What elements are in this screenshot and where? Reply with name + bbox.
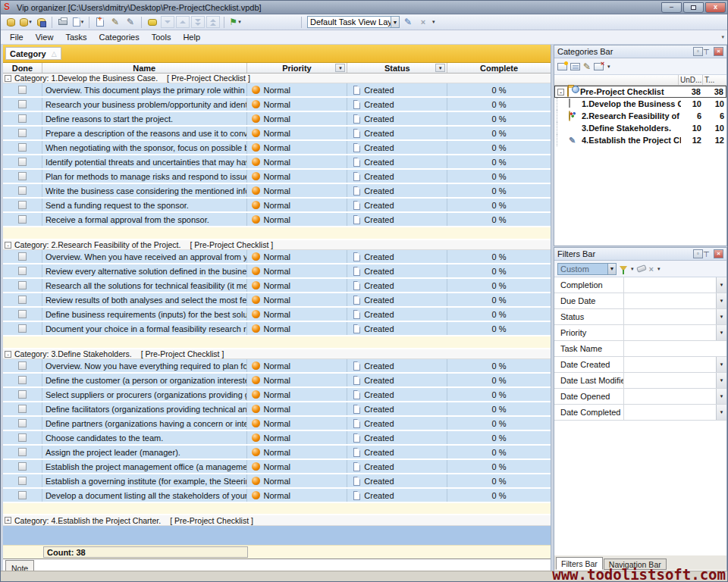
- status-cell[interactable]: Created: [347, 431, 447, 444]
- done-checkbox[interactable]: [18, 361, 27, 370]
- complete-cell[interactable]: 0 %: [447, 293, 551, 306]
- task-name-cell[interactable]: Write the business case considering the …: [42, 184, 247, 197]
- done-checkbox[interactable]: [18, 267, 27, 275]
- status-cell[interactable]: Created: [347, 308, 447, 321]
- task-name-cell[interactable]: Choose candidates to the team.: [42, 431, 247, 444]
- expand-icon[interactable]: +: [5, 517, 11, 524]
- done-checkbox[interactable]: [18, 252, 27, 261]
- priority-cell[interactable]: Normal: [247, 308, 348, 321]
- float-panel-button[interactable]: ▫: [693, 249, 703, 258]
- task-name-cell[interactable]: Review results of both analyses and sele…: [42, 293, 247, 306]
- priority-cell[interactable]: Normal: [247, 446, 348, 458]
- task-row[interactable]: Overview. Now you have everything requir…: [3, 359, 551, 372]
- column-header-complete[interactable]: Complete: [447, 63, 551, 73]
- status-cell[interactable]: Created: [347, 489, 447, 502]
- done-checkbox[interactable]: [18, 433, 27, 442]
- category-tree-item[interactable]: 2.Research Feasibility of the P 6 6: [554, 110, 726, 122]
- complete-cell[interactable]: 0 %: [447, 83, 551, 96]
- combobox-dropdown-button[interactable]: ▼: [391, 17, 399, 27]
- delete-filter-icon[interactable]: ×: [649, 264, 654, 274]
- task-name-cell[interactable]: When negotiating with the sponsor, focus…: [42, 141, 247, 154]
- total-column-header[interactable]: T...: [702, 75, 726, 85]
- category-group-header[interactable]: - Category: 1.Develop the Business Case.…: [3, 74, 551, 83]
- done-checkbox[interactable]: [18, 448, 27, 456]
- filters-toolbar-overflow-icon[interactable]: ▾: [657, 266, 661, 272]
- group-by-category-button[interactable]: Category △: [5, 47, 61, 60]
- complete-cell[interactable]: 0 %: [447, 460, 551, 473]
- collapse-icon[interactable]: -: [557, 89, 564, 95]
- status-cell[interactable]: Created: [347, 250, 447, 263]
- complete-cell[interactable]: 0 %: [447, 250, 551, 263]
- priority-cell[interactable]: Normal: [247, 250, 348, 263]
- filter-dropdown-button[interactable]: ▼: [716, 309, 726, 324]
- priority-cell[interactable]: Normal: [247, 293, 348, 306]
- status-cell[interactable]: Created: [347, 279, 447, 292]
- combobox-dropdown-button[interactable]: ▼: [607, 264, 616, 274]
- task-name-cell[interactable]: Establish the project management office …: [42, 460, 247, 473]
- complete-cell[interactable]: 0 %: [447, 417, 551, 430]
- complete-cell[interactable]: 0 %: [447, 374, 551, 386]
- done-checkbox[interactable]: [18, 86, 27, 94]
- priority-cell[interactable]: Normal: [247, 417, 348, 430]
- move-to-bottom-button[interactable]: [191, 16, 205, 28]
- task-name-cell[interactable]: Develop a document listing all the stake…: [42, 489, 247, 502]
- float-panel-button[interactable]: ▫: [693, 47, 703, 56]
- priority-cell[interactable]: Normal: [247, 127, 348, 139]
- task-row[interactable]: Develop a document listing all the stake…: [3, 489, 551, 502]
- new-subcategory-icon[interactable]: [570, 63, 580, 70]
- pin-icon[interactable]: ⊤: [703, 48, 712, 56]
- edit-task-button[interactable]: ✎: [108, 16, 122, 29]
- close-button[interactable]: x: [705, 2, 726, 13]
- filter-dropdown-button[interactable]: ▼: [716, 373, 726, 388]
- status-cell[interactable]: Created: [347, 155, 447, 168]
- task-row[interactable]: Overview. When you have received an appr…: [3, 250, 551, 263]
- task-row[interactable]: Establish a governing institute (for exa…: [3, 474, 551, 487]
- column-header-name[interactable]: Name: [42, 63, 247, 73]
- priority-cell[interactable]: Normal: [247, 474, 348, 487]
- menu-file[interactable]: File: [4, 31, 30, 43]
- filter-dropdown-button[interactable]: ▼: [716, 325, 726, 340]
- close-panel-button[interactable]: ×: [714, 249, 723, 258]
- complete-cell[interactable]: 0 %: [447, 184, 551, 197]
- print-button[interactable]: [56, 16, 70, 29]
- priority-cell[interactable]: Normal: [247, 98, 348, 111]
- task-row[interactable]: Choose candidates to the team.NormalCrea…: [3, 431, 551, 444]
- filter-value[interactable]: [624, 389, 716, 404]
- menu-categories[interactable]: Categories: [93, 31, 146, 43]
- task-row[interactable]: Review every alternative solution define…: [3, 264, 551, 277]
- priority-cell[interactable]: Normal: [247, 112, 348, 125]
- done-checkbox[interactable]: [18, 186, 27, 195]
- task-name-cell[interactable]: Identify potential threats and uncertain…: [42, 155, 247, 168]
- status-cell[interactable]: Created: [347, 293, 447, 306]
- done-checkbox[interactable]: [18, 324, 27, 333]
- pin-icon[interactable]: ⊤: [703, 250, 712, 258]
- priority-cell[interactable]: Normal: [247, 83, 348, 96]
- print-preview-button[interactable]: ▾: [71, 16, 85, 29]
- menu-help[interactable]: Help: [177, 31, 206, 43]
- status-cell[interactable]: Created: [347, 322, 447, 335]
- maximize-button[interactable]: [683, 2, 704, 13]
- complete-cell[interactable]: 0 %: [447, 141, 551, 154]
- task-name-cell[interactable]: Define facilitators (organizations provi…: [42, 402, 247, 415]
- filter-value[interactable]: [624, 309, 716, 324]
- status-cell[interactable]: Created: [347, 98, 447, 111]
- done-checkbox[interactable]: [18, 100, 27, 108]
- save-database-button[interactable]: [34, 16, 48, 29]
- done-checkbox[interactable]: [18, 491, 27, 499]
- layout-combobox[interactable]: Default Task View Layout ▼: [307, 16, 400, 28]
- complete-cell[interactable]: 0 %: [447, 474, 551, 487]
- task-name-cell[interactable]: Define reasons to start the project.: [42, 112, 247, 125]
- priority-cell[interactable]: Normal: [247, 322, 348, 335]
- status-cell[interactable]: Created: [347, 141, 447, 154]
- open-database-button[interactable]: ▾: [19, 16, 33, 29]
- save-layout-button[interactable]: ✎: [401, 16, 415, 29]
- minimize-button[interactable]: –: [661, 2, 682, 13]
- status-cell[interactable]: Created: [347, 127, 447, 139]
- priority-cell[interactable]: Normal: [247, 359, 348, 372]
- status-filter-dropdown[interactable]: ▼: [435, 64, 445, 72]
- priority-cell[interactable]: Normal: [247, 402, 348, 415]
- status-cell[interactable]: Created: [347, 112, 447, 125]
- task-row[interactable]: Prepare a description of the reasons and…: [3, 127, 551, 139]
- complete-cell[interactable]: 0 %: [447, 431, 551, 444]
- done-checkbox[interactable]: [18, 172, 27, 180]
